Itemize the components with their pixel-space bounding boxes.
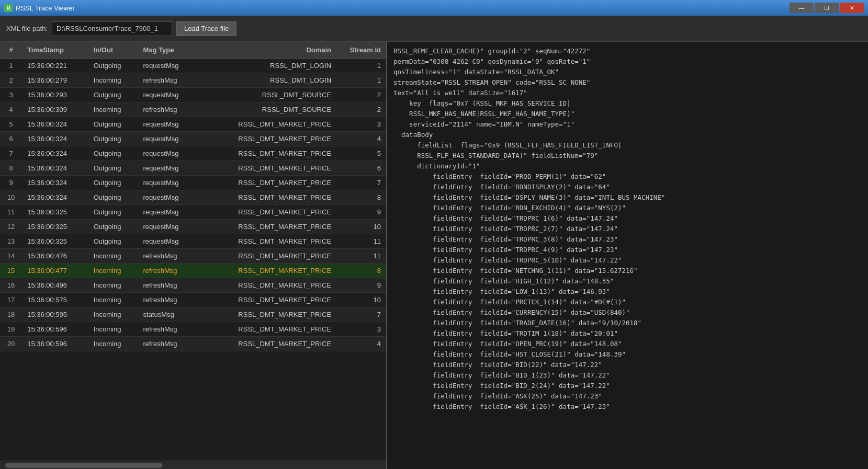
cell-domain: RSSL_DMT_MARKET_PRICE [199, 264, 337, 278]
cell-inout: Outgoing [88, 190, 138, 205]
cell-msgtype: requestMsg [138, 220, 199, 234]
cell-num: 4 [0, 102, 22, 117]
cell-msgtype: refreshMsg [138, 337, 199, 351]
cell-timestamp: 15:36:00:324 [22, 132, 88, 146]
table-row[interactable]: 215:36:00:279IncomingrefreshMsgRSSL_DMT_… [0, 73, 386, 88]
xml-path-input[interactable] [52, 21, 172, 36]
cell-msgtype: requestMsg [138, 205, 199, 220]
detail-content: RSSL_RFMF_CLEAR_CACHE)" groupId="2" seqN… [393, 46, 862, 412]
cell-inout: Outgoing [88, 205, 138, 220]
table-row[interactable]: 515:36:00:324OutgoingrequestMsgRSSL_DMT_… [0, 117, 386, 132]
table-row[interactable]: 1915:36:00:596IncomingrefreshMsgRSSL_DMT… [0, 322, 386, 337]
app-title: RSSL Trace Viewer [16, 4, 75, 12]
table-row[interactable]: 1815:36:00:595IncomingstatusMsgRSSL_DMT_… [0, 307, 386, 322]
cell-num: 5 [0, 117, 22, 132]
cell-domain: RSSL_DMT_MARKET_PRICE [199, 249, 337, 264]
col-num: # [0, 42, 22, 59]
table-row[interactable]: 2015:36:00:596IncomingrefreshMsgRSSL_DMT… [0, 337, 386, 351]
cell-domain: RSSL_DMT_LOGIN [199, 73, 337, 88]
cell-num: 7 [0, 146, 22, 161]
cell-num: 2 [0, 73, 22, 88]
cell-domain: RSSL_DMT_MARKET_PRICE [199, 307, 337, 322]
table-row[interactable]: 415:36:00:309IncomingrefreshMsgRSSL_DMT_… [0, 102, 386, 117]
table-row[interactable]: 715:36:00:324OutgoingrequestMsgRSSL_DMT_… [0, 146, 386, 161]
message-table: # TimeStamp In/Out Msg Type Domain Strea… [0, 42, 386, 351]
table-row[interactable]: 1015:36:00:324OutgoingrequestMsgRSSL_DMT… [0, 190, 386, 205]
cell-msgtype: refreshMsg [138, 278, 199, 293]
cell-inout: Incoming [88, 249, 138, 264]
cell-num: 1 [0, 59, 22, 73]
cell-streamid: 2 [336, 88, 386, 102]
table-row[interactable]: 1115:36:00:325OutgoingrequestMsgRSSL_DMT… [0, 205, 386, 220]
table-row[interactable]: 815:36:00:324OutgoingrequestMsgRSSL_DMT_… [0, 161, 386, 176]
table-row[interactable]: 1615:36:00:496IncomingrefreshMsgRSSL_DMT… [0, 278, 386, 293]
cell-timestamp: 15:36:00:324 [22, 117, 88, 132]
cell-msgtype: requestMsg [138, 234, 199, 249]
maximize-button[interactable]: ☐ [815, 3, 839, 13]
cell-timestamp: 15:36:00:324 [22, 190, 88, 205]
cell-streamid: 8 [336, 264, 386, 278]
cell-inout: Incoming [88, 322, 138, 337]
table-row[interactable]: 1215:36:00:325OutgoingrequestMsgRSSL_DMT… [0, 220, 386, 234]
table-row[interactable]: 115:36:00:221OutgoingrequestMsgRSSL_DMT_… [0, 59, 386, 73]
title-bar: R RSSL Trace Viewer — ☐ ✕ [0, 0, 868, 16]
col-domain: Domain [199, 42, 337, 59]
cell-timestamp: 15:36:00:324 [22, 176, 88, 190]
cell-inout: Outgoing [88, 176, 138, 190]
close-button[interactable]: ✕ [840, 3, 864, 13]
cell-domain: RSSL_DMT_MARKET_PRICE [199, 146, 337, 161]
table-row[interactable]: 1415:36:00:476IncomingrefreshMsgRSSL_DMT… [0, 249, 386, 264]
cell-msgtype: requestMsg [138, 161, 199, 176]
cell-streamid: 10 [336, 220, 386, 234]
cell-msgtype: requestMsg [138, 88, 199, 102]
cell-streamid: 11 [336, 249, 386, 264]
cell-num: 12 [0, 220, 22, 234]
load-trace-button[interactable]: Load Trace file [176, 21, 236, 36]
cell-inout: Outgoing [88, 220, 138, 234]
cell-msgtype: requestMsg [138, 176, 199, 190]
cell-msgtype: refreshMsg [138, 322, 199, 337]
table-row[interactable]: 315:36:00:293OutgoingrequestMsgRSSL_DMT_… [0, 88, 386, 102]
cell-streamid: 6 [336, 161, 386, 176]
cell-num: 16 [0, 278, 22, 293]
title-bar-left: R RSSL Trace Viewer [4, 4, 75, 12]
cell-inout: Incoming [88, 337, 138, 351]
cell-msgtype: requestMsg [138, 146, 199, 161]
table-scrollbar[interactable] [5, 463, 162, 468]
cell-streamid: 2 [336, 102, 386, 117]
cell-streamid: 10 [336, 293, 386, 307]
cell-msgtype: refreshMsg [138, 293, 199, 307]
cell-num: 13 [0, 234, 22, 249]
cell-msgtype: requestMsg [138, 132, 199, 146]
cell-inout: Incoming [88, 73, 138, 88]
cell-inout: Outgoing [88, 146, 138, 161]
cell-inout: Outgoing [88, 117, 138, 132]
right-panel[interactable]: RSSL_RFMF_CLEAR_CACHE)" groupId="2" seqN… [387, 42, 868, 469]
minimize-button[interactable]: — [790, 3, 814, 13]
table-scrollbar-container [0, 461, 386, 469]
table-row[interactable]: 1515:36:00:477IncomingrefreshMsgRSSL_DMT… [0, 264, 386, 278]
cell-num: 6 [0, 132, 22, 146]
cell-domain: RSSL_DMT_SOURCE [199, 88, 337, 102]
cell-domain: RSSL_DMT_MARKET_PRICE [199, 205, 337, 220]
table-row[interactable]: 615:36:00:324OutgoingrequestMsgRSSL_DMT_… [0, 132, 386, 146]
table-row[interactable]: 1315:36:00:325OutgoingrequestMsgRSSL_DMT… [0, 234, 386, 249]
table-wrapper[interactable]: # TimeStamp In/Out Msg Type Domain Strea… [0, 42, 386, 461]
table-row[interactable]: 1715:36:00:575IncomingrefreshMsgRSSL_DMT… [0, 293, 386, 307]
cell-timestamp: 15:36:00:324 [22, 146, 88, 161]
table-row[interactable]: 915:36:00:324OutgoingrequestMsgRSSL_DMT_… [0, 176, 386, 190]
cell-domain: RSSL_DMT_MARKET_PRICE [199, 220, 337, 234]
cell-timestamp: 15:36:00:596 [22, 337, 88, 351]
cell-streamid: 7 [336, 307, 386, 322]
cell-streamid: 8 [336, 190, 386, 205]
cell-timestamp: 15:36:00:325 [22, 220, 88, 234]
cell-streamid: 3 [336, 117, 386, 132]
cell-streamid: 3 [336, 322, 386, 337]
cell-num: 19 [0, 322, 22, 337]
cell-domain: RSSL_DMT_MARKET_PRICE [199, 278, 337, 293]
xml-path-label: XML file path: [6, 25, 48, 32]
cell-domain: RSSL_DMT_LOGIN [199, 59, 337, 73]
cell-timestamp: 15:36:00:575 [22, 293, 88, 307]
cell-num: 17 [0, 293, 22, 307]
cell-domain: RSSL_DMT_MARKET_PRICE [199, 234, 337, 249]
